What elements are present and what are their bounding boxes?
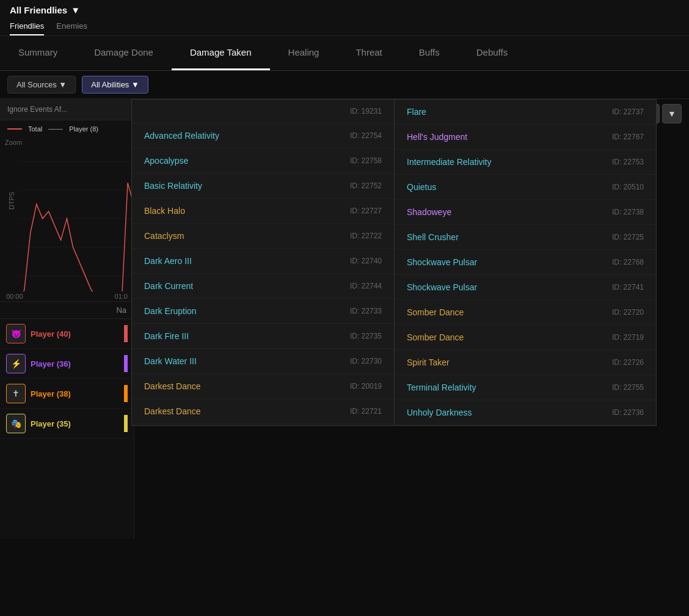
dropdown-item-darkest-dance-2[interactable]: Darkest Dance ID: 22721 — [132, 399, 394, 424]
ability-id-dark-aero-iii: ID: 22740 — [350, 257, 382, 265]
dropdown-item-cataclysm[interactable]: Cataclysm ID: 22722 — [132, 224, 394, 249]
ability-name-cataclysm: Cataclysm — [144, 231, 184, 241]
ability-name-black-halo: Black Halo — [144, 206, 185, 216]
ability-id-hells-judgment: ID: 22767 — [612, 133, 644, 141]
friendlies-tab[interactable]: Friendlies — [10, 19, 44, 35]
ability-id-intermediate-relativity: ID: 22753 — [612, 158, 644, 166]
dropdown-item-dark-current[interactable]: Dark Current ID: 22744 — [132, 274, 394, 299]
tab-healing[interactable]: Healing — [270, 36, 338, 70]
player-item-40[interactable]: 😈 Player (40) — [0, 319, 134, 349]
player-name-38: Player (38) — [31, 389, 71, 398]
ability-name-apocalypse: Apocalypse — [144, 156, 188, 166]
ability-id-shell-crusher: ID: 22725 — [612, 233, 644, 241]
dropdown-item-somber-dance-1[interactable]: Somber Dance ID: 22720 — [395, 300, 656, 325]
ability-name-terminal-relativity: Terminal Relativity — [407, 383, 476, 392]
dropdown-item-flare[interactable]: Flare ID: 22737 — [395, 100, 656, 125]
dropdown-item-dark-eruption[interactable]: Dark Eruption ID: 22733 — [132, 299, 394, 324]
filter-bar: All Sources ▼ All Abilities ▼ — [0, 71, 689, 99]
ability-name-somber-dance-2: Somber Dance — [407, 332, 464, 342]
all-friendlies[interactable]: All Friendlies ▼ — [10, 5, 679, 19]
chevron-down-icon: ▼ — [71, 5, 80, 15]
player-list: Na 😈 Player (40) ⚡ Player (36) ✝ Player … — [0, 302, 134, 439]
tab-damage-taken[interactable]: Damage Taken — [172, 36, 270, 70]
dropdown-item-dark-aero-iii[interactable]: Dark Aero III ID: 22740 — [132, 249, 394, 274]
player-bar-35 — [124, 415, 128, 432]
ability-name-unholy-darkness: Unholy Darkness — [407, 408, 472, 417]
dropdown-item-shell-crusher[interactable]: Shell Crusher ID: 22725 — [395, 225, 656, 250]
all-abilities-filter[interactable]: All Abilities ▼ — [82, 76, 148, 94]
ability-name-dark-aero-iii: Dark Aero III — [144, 256, 192, 266]
player-list-header: Na — [0, 302, 134, 319]
ability-id-somber-dance-1: ID: 22720 — [612, 308, 644, 317]
all-sources-filter[interactable]: All Sources ▼ — [7, 76, 76, 94]
legend-total-label: Total — [28, 125, 42, 133]
chart-svg — [0, 147, 134, 292]
ability-id-somber-dance-2: ID: 22719 — [612, 333, 644, 342]
tab-buffs[interactable]: Buffs — [401, 36, 458, 70]
ability-id-quietus: ID: 20510 — [612, 183, 644, 191]
chart-legend: Total Player (8) — [0, 120, 134, 138]
ability-name-spirit-taker: Spirit Taker — [407, 358, 450, 367]
dropdown-col-2: Flare ID: 22737 Hell's Judgment ID: 2276… — [394, 100, 656, 425]
player-icon-36: ⚡ — [6, 354, 26, 373]
time-middle: 01:0 — [115, 293, 128, 300]
ability-id-dark-water-iii: ID: 22730 — [350, 357, 382, 365]
all-friendlies-label: All Friendlies — [10, 5, 67, 15]
ability-id-dark-eruption: ID: 22733 — [350, 307, 382, 315]
dropdown-item-darkest-dance-1[interactable]: Darkest Dance ID: 20019 — [132, 374, 394, 399]
dropdown-item-quietus[interactable]: Quietus ID: 20510 — [395, 175, 656, 200]
ability-name-hells-judgment: Hell's Judgment — [407, 132, 467, 142]
ability-name-quietus: Quietus — [407, 182, 436, 192]
ability-id-shadoweye: ID: 22738 — [612, 208, 644, 216]
dropdown-item-dark-fire-iii[interactable]: Dark Fire III ID: 22735 — [132, 324, 394, 349]
ability-name-somber-dance-1: Somber Dance — [407, 307, 464, 317]
settings-dropdown-arrow[interactable]: ▼ — [662, 104, 682, 123]
y-axis-label: DTPS — [8, 192, 15, 210]
tab-threat[interactable]: Threat — [337, 36, 400, 70]
dropdown-item-somber-dance-2[interactable]: Somber Dance ID: 22719 — [395, 325, 656, 350]
ability-name-advanced-relativity: Advanced Relativity — [144, 131, 219, 141]
ability-name-shockwave-pulsar-2: Shockwave Pulsar — [407, 282, 477, 292]
player-bar-40 — [124, 325, 128, 342]
dropdown-item-intermediate-relativity[interactable]: Intermediate Relativity ID: 22753 — [395, 150, 656, 175]
tab-summary[interactable]: Summary — [0, 36, 76, 70]
dropdown-item-black-halo[interactable]: Black Halo ID: 22727 — [132, 199, 394, 224]
dropdown-item-basic-relativity[interactable]: Basic Relativity ID: 22752 — [132, 174, 394, 199]
player-item-38[interactable]: ✝ Player (38) — [0, 379, 134, 409]
dropdown-item-apocalypse[interactable]: Apocalypse ID: 22758 — [132, 148, 394, 174]
dropdown-menu: ID: 19231 Advanced Relativity ID: 22754 … — [131, 99, 657, 426]
ability-id-basic-relativity: ID: 22752 — [350, 182, 382, 190]
dropdown-item-advanced-relativity[interactable]: Advanced Relativity ID: 22754 — [132, 123, 394, 148]
player-icon-40: 😈 — [6, 324, 26, 343]
ability-id-dark-current: ID: 22744 — [350, 282, 382, 290]
dropdown-item-shadoweye[interactable]: Shadoweye ID: 22738 — [395, 200, 656, 225]
main-content: Ignore Events Af... Total Player (8) Zoo… — [0, 99, 689, 539]
dropdown-item-spirit-taker[interactable]: Spirit Taker ID: 22726 — [395, 350, 656, 375]
enemies-tab[interactable]: Enemies — [56, 19, 87, 35]
player-item-36[interactable]: ⚡ Player (36) — [0, 349, 134, 379]
ability-name-basic-relativity: Basic Relativity — [144, 181, 202, 191]
ability-id-black-halo: ID: 22727 — [350, 207, 382, 215]
dropdown-item-terminal-relativity[interactable]: Terminal Relativity ID: 22755 — [395, 375, 656, 400]
dropdown-item-shockwave-pulsar-1[interactable]: Shockwave Pulsar ID: 22768 — [395, 250, 656, 275]
ability-id-shockwave-pulsar-1: ID: 22768 — [612, 258, 644, 266]
dropdown-item-first[interactable]: ID: 19231 — [132, 100, 394, 123]
ability-name-dark-water-iii: Dark Water III — [144, 356, 197, 366]
zoom-label[interactable]: Zoom — [0, 138, 134, 147]
ability-id-apocalypse: ID: 22758 — [350, 156, 382, 165]
dropdown-col-1: ID: 19231 Advanced Relativity ID: 22754 … — [132, 100, 394, 425]
player-icon-38: ✝ — [6, 384, 26, 403]
dropdown-item-shockwave-pulsar-2[interactable]: Shockwave Pulsar ID: 22741 — [395, 275, 656, 300]
tab-debuffs[interactable]: Debuffs — [458, 36, 526, 70]
ignore-events-bar: Ignore Events Af... — [0, 99, 134, 120]
ability-id-spirit-taker: ID: 22726 — [612, 358, 644, 367]
ability-name-darkest-dance-1: Darkest Dance — [144, 381, 201, 391]
dropdown-item-hells-judgment[interactable]: Hell's Judgment ID: 22767 — [395, 125, 656, 150]
player-item-35[interactable]: 🎭 Player (35) — [0, 409, 134, 439]
ability-name-darkest-dance-2: Darkest Dance — [144, 406, 201, 416]
player-bar-36 — [124, 355, 128, 372]
dropdown-item-unholy-darkness[interactable]: Unholy Darkness ID: 22736 — [395, 400, 656, 425]
ability-id-dark-fire-iii: ID: 22735 — [350, 332, 382, 340]
dropdown-item-dark-water-iii[interactable]: Dark Water III ID: 22730 — [132, 349, 394, 374]
tab-damage-done[interactable]: Damage Done — [76, 36, 172, 70]
